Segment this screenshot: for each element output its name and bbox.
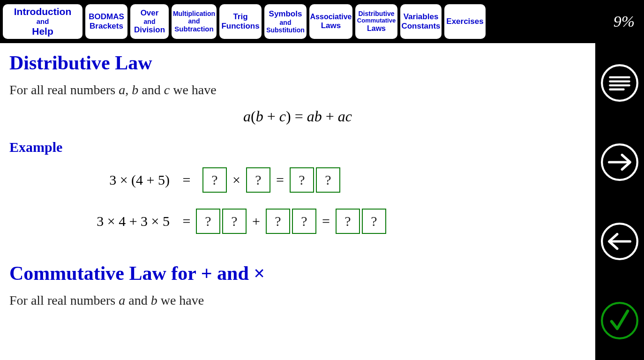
tab-label: Symbols <box>269 9 302 19</box>
distributive-formula: a(b + c) = ab + ac <box>9 108 586 125</box>
tab-label: Over <box>141 8 159 18</box>
text: and <box>125 293 150 308</box>
intro-text-2: For all real numbers a and b we have <box>9 293 586 308</box>
intro-text: For all real numbers a, b and c we have <box>9 82 586 98</box>
answer-box[interactable]: ? <box>292 209 316 234</box>
tab-label: Brackets <box>90 22 123 31</box>
example-row-2: 3 × 4 + 3 × 5 = ? ? + ? ? = ? ? <box>75 209 586 234</box>
tab-bodmas-brackets[interactable]: BODMAS Brackets <box>85 4 127 39</box>
tab-associative-laws[interactable]: Associative Laws <box>309 4 352 39</box>
text: we have <box>170 82 217 97</box>
arrow-right-icon <box>599 142 640 182</box>
example-label: Example <box>9 139 586 155</box>
tab-label: Division <box>134 25 165 35</box>
tab-label: and <box>280 19 292 26</box>
times-symbol: × <box>254 262 265 284</box>
arrow-left-icon <box>599 221 640 262</box>
section-title-distributive: Distributive Law <box>9 52 586 74</box>
text: and <box>138 82 164 97</box>
section-title-commutative: Commutative Law for + and × <box>9 262 586 285</box>
tab-label: Subtraction <box>174 25 213 33</box>
next-button[interactable] <box>595 122 644 202</box>
back-button[interactable] <box>595 202 644 281</box>
lhs: 3 × 4 + 3 × 5 <box>75 213 178 229</box>
tab-label: Laws <box>367 24 386 33</box>
top-tab-bar: Introduction and Help BODMAS Brackets Ov… <box>0 0 644 43</box>
tab-label: Multiplication <box>173 10 215 17</box>
tab-label: Distributive <box>359 10 395 17</box>
text: , <box>125 82 132 97</box>
check-button[interactable] <box>595 281 644 360</box>
text: For all real numbers <box>9 82 119 97</box>
svg-point-9 <box>602 303 637 338</box>
answer-box[interactable]: ? <box>246 167 270 193</box>
times-op: × <box>232 172 240 188</box>
tab-variables-constants[interactable]: Variables Constants <box>400 4 442 39</box>
tab-label: Exercises <box>446 17 483 26</box>
equals: = <box>178 213 195 229</box>
var-b: b <box>132 82 138 97</box>
answer-box[interactable]: ? <box>290 167 314 193</box>
tab-introduction[interactable]: Introduction and Help <box>3 4 82 39</box>
tab-over-division[interactable]: Over and Division <box>130 4 169 39</box>
var-b: b <box>151 293 157 308</box>
lhs: 3 × (4 + 5) <box>75 172 178 188</box>
equals: = <box>322 213 330 229</box>
tab-label: Substitution <box>266 26 305 34</box>
tab-label: Help <box>32 26 53 37</box>
tab-label: Laws <box>321 21 341 30</box>
check-icon <box>599 300 640 341</box>
svg-point-0 <box>602 65 637 101</box>
answer-box[interactable]: ? <box>202 167 227 193</box>
answer-box[interactable]: ? <box>316 167 340 193</box>
progress-percent: 9% <box>614 13 640 30</box>
tab-label: Constants <box>401 22 440 31</box>
tab-multiplication-subtraction[interactable]: Multiplication and Subtraction <box>172 4 217 39</box>
equals: = <box>276 172 284 188</box>
var-c: c <box>164 82 170 97</box>
tab-label: Commutative <box>357 17 396 24</box>
plus-op: + <box>252 213 260 229</box>
answer-box[interactable]: ? <box>362 209 386 234</box>
tab-label: BODMAS <box>89 12 124 22</box>
tab-label: Associative <box>310 13 352 21</box>
answer-box[interactable]: ? <box>222 209 247 234</box>
menu-button[interactable] <box>595 43 644 122</box>
example-row-1: 3 × (4 + 5) = ? × ? = ? ? <box>75 167 586 193</box>
equals: = <box>178 172 195 188</box>
tab-symbols-substitution[interactable]: Symbols and Substitution <box>264 4 307 39</box>
tab-exercises[interactable]: Exercises <box>444 4 486 39</box>
content-area: Distributive Law For all real numbers a,… <box>0 43 595 360</box>
tab-label: and <box>144 18 156 25</box>
tab-label: Variables <box>404 12 439 22</box>
tab-label: and <box>188 17 200 25</box>
tab-distributive-commutative-laws[interactable]: Distributive Commutative Laws <box>355 4 397 39</box>
answer-box[interactable]: ? <box>266 209 290 234</box>
tab-label: Introduction <box>14 6 71 17</box>
answer-box[interactable]: ? <box>196 209 220 234</box>
tab-label: Trig <box>233 12 247 22</box>
plus-symbol: + <box>201 262 212 284</box>
tab-label: Functions <box>221 22 259 31</box>
tab-trig-functions[interactable]: Trig Functions <box>219 4 262 39</box>
right-sidebar <box>595 43 644 360</box>
text: For all real numbers <box>9 293 119 308</box>
menu-lines-icon <box>599 63 640 103</box>
var-a: a <box>119 82 125 97</box>
answer-box[interactable]: ? <box>336 209 360 234</box>
tab-label: and <box>37 17 49 25</box>
text: Commutative Law for <box>9 262 201 284</box>
var-a: a <box>119 293 125 308</box>
text: we have <box>157 293 204 308</box>
text: and <box>212 262 254 284</box>
